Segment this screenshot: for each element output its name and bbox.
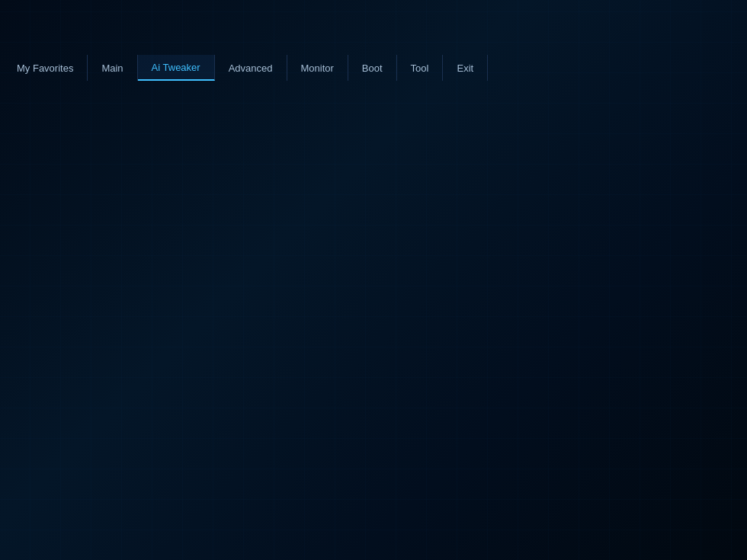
tab-main[interactable]: Main <box>88 55 137 81</box>
tab-advanced[interactable]: Advanced <box>215 55 287 81</box>
tab-monitor[interactable]: Monitor <box>287 55 348 81</box>
tab-ai-tweaker[interactable]: Ai Tweaker <box>138 55 215 81</box>
tab-exit[interactable]: Exit <box>443 55 488 81</box>
tab-tool[interactable]: Tool <box>397 55 444 81</box>
tab-boot[interactable]: Boot <box>348 55 397 81</box>
tab-my-favorites[interactable]: My Favorites <box>3 55 88 81</box>
